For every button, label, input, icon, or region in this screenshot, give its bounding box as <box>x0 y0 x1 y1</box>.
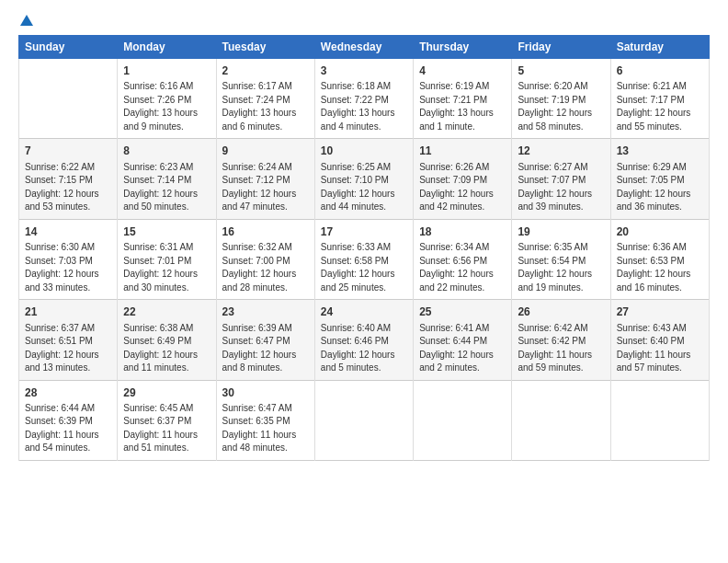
day-number: 18 <box>419 224 506 240</box>
cell-info: Sunrise: 6:40 AMSunset: 6:46 PMDaylight:… <box>321 322 407 375</box>
header-day-sunday: Sunday <box>19 36 118 59</box>
calendar-cell: 2Sunrise: 6:17 AMSunset: 7:24 PMDaylight… <box>216 59 314 139</box>
cell-info: Sunrise: 6:30 AMSunset: 7:03 PMDaylight:… <box>25 241 111 294</box>
header-day-monday: Monday <box>118 36 216 59</box>
calendar-cell: 18Sunrise: 6:34 AMSunset: 6:56 PMDayligh… <box>414 219 512 299</box>
calendar-cell <box>19 59 118 139</box>
day-number: 24 <box>321 304 407 320</box>
calendar-cell: 23Sunrise: 6:39 AMSunset: 6:47 PMDayligh… <box>216 300 314 380</box>
cell-info: Sunrise: 6:37 AMSunset: 6:51 PMDaylight:… <box>25 322 111 375</box>
calendar-week-row: 14Sunrise: 6:30 AMSunset: 7:03 PMDayligh… <box>19 219 710 299</box>
day-number: 13 <box>617 144 703 159</box>
day-number: 22 <box>123 304 210 320</box>
calendar-cell: 27Sunrise: 6:43 AMSunset: 6:40 PMDayligh… <box>610 300 709 380</box>
calendar-cell: 22Sunrise: 6:38 AMSunset: 6:49 PMDayligh… <box>118 300 216 380</box>
calendar-cell: 12Sunrise: 6:27 AMSunset: 7:07 PMDayligh… <box>512 139 610 219</box>
day-number: 21 <box>25 304 111 320</box>
day-number: 26 <box>518 304 604 320</box>
calendar-cell: 26Sunrise: 6:42 AMSunset: 6:42 PMDayligh… <box>512 300 610 380</box>
day-number: 25 <box>419 304 506 320</box>
logo-triangle-icon <box>20 15 33 26</box>
cell-info: Sunrise: 6:34 AMSunset: 6:56 PMDaylight:… <box>419 241 506 294</box>
day-number: 30 <box>222 385 309 401</box>
calendar-cell: 11Sunrise: 6:26 AMSunset: 7:09 PMDayligh… <box>414 139 512 219</box>
calendar-cell: 29Sunrise: 6:45 AMSunset: 6:37 PMDayligh… <box>118 380 216 460</box>
calendar-cell: 8Sunrise: 6:23 AMSunset: 7:14 PMDaylight… <box>118 139 216 219</box>
day-number: 28 <box>25 385 111 401</box>
cell-info: Sunrise: 6:22 AMSunset: 7:15 PMDaylight:… <box>25 161 111 214</box>
cell-info: Sunrise: 6:41 AMSunset: 6:44 PMDaylight:… <box>419 322 506 375</box>
cell-info: Sunrise: 6:35 AMSunset: 6:54 PMDaylight:… <box>518 241 604 294</box>
header-day-wednesday: Wednesday <box>314 36 413 59</box>
calendar-table: SundayMondayTuesdayWednesdayThursdayFrid… <box>18 35 710 461</box>
header-day-friday: Friday <box>512 36 610 59</box>
day-number: 3 <box>321 63 407 79</box>
day-number: 6 <box>617 63 703 79</box>
calendar-week-row: 1Sunrise: 6:16 AMSunset: 7:26 PMDaylight… <box>19 59 710 139</box>
calendar-week-row: 7Sunrise: 6:22 AMSunset: 7:15 PMDaylight… <box>19 139 710 219</box>
cell-info: Sunrise: 6:17 AMSunset: 7:24 PMDaylight:… <box>222 80 309 133</box>
calendar-cell: 17Sunrise: 6:33 AMSunset: 6:58 PMDayligh… <box>314 219 413 299</box>
calendar-week-row: 28Sunrise: 6:44 AMSunset: 6:39 PMDayligh… <box>19 380 710 460</box>
calendar-cell: 6Sunrise: 6:21 AMSunset: 7:17 PMDaylight… <box>610 59 709 139</box>
header <box>18 15 710 26</box>
cell-info: Sunrise: 6:45 AMSunset: 6:37 PMDaylight:… <box>123 402 210 455</box>
day-number: 5 <box>518 63 604 79</box>
calendar-cell: 13Sunrise: 6:29 AMSunset: 7:05 PMDayligh… <box>610 139 709 219</box>
calendar-cell: 16Sunrise: 6:32 AMSunset: 7:00 PMDayligh… <box>216 219 314 299</box>
calendar-cell: 4Sunrise: 6:19 AMSunset: 7:21 PMDaylight… <box>414 59 512 139</box>
cell-info: Sunrise: 6:29 AMSunset: 7:05 PMDaylight:… <box>617 161 703 214</box>
cell-info: Sunrise: 6:16 AMSunset: 7:26 PMDaylight:… <box>123 80 210 133</box>
day-number: 14 <box>25 224 111 240</box>
cell-info: Sunrise: 6:33 AMSunset: 6:58 PMDaylight:… <box>321 241 407 294</box>
day-number: 4 <box>419 63 506 79</box>
day-number: 19 <box>518 224 604 240</box>
day-number: 7 <box>25 144 111 159</box>
day-number: 15 <box>123 224 210 240</box>
day-number: 9 <box>222 144 309 159</box>
calendar-cell: 24Sunrise: 6:40 AMSunset: 6:46 PMDayligh… <box>314 300 413 380</box>
day-number: 29 <box>123 385 210 401</box>
day-number: 16 <box>222 224 309 240</box>
day-number: 8 <box>123 144 210 159</box>
calendar-cell: 9Sunrise: 6:24 AMSunset: 7:12 PMDaylight… <box>216 139 314 219</box>
cell-info: Sunrise: 6:20 AMSunset: 7:19 PMDaylight:… <box>518 80 604 133</box>
calendar-cell: 28Sunrise: 6:44 AMSunset: 6:39 PMDayligh… <box>19 380 118 460</box>
day-number: 11 <box>419 144 506 159</box>
calendar-cell: 5Sunrise: 6:20 AMSunset: 7:19 PMDaylight… <box>512 59 610 139</box>
calendar-cell: 14Sunrise: 6:30 AMSunset: 7:03 PMDayligh… <box>19 219 118 299</box>
header-day-tuesday: Tuesday <box>216 36 314 59</box>
cell-info: Sunrise: 6:25 AMSunset: 7:10 PMDaylight:… <box>321 161 407 214</box>
cell-info: Sunrise: 6:21 AMSunset: 7:17 PMDaylight:… <box>617 80 703 133</box>
calendar-cell <box>414 380 512 460</box>
cell-info: Sunrise: 6:31 AMSunset: 7:01 PMDaylight:… <box>123 241 210 294</box>
calendar-cell <box>610 380 709 460</box>
calendar-cell: 3Sunrise: 6:18 AMSunset: 7:22 PMDaylight… <box>314 59 413 139</box>
cell-info: Sunrise: 6:42 AMSunset: 6:42 PMDaylight:… <box>518 322 604 375</box>
calendar-week-row: 21Sunrise: 6:37 AMSunset: 6:51 PMDayligh… <box>19 300 710 380</box>
header-day-saturday: Saturday <box>610 36 709 59</box>
day-number: 2 <box>222 63 309 79</box>
cell-info: Sunrise: 6:19 AMSunset: 7:21 PMDaylight:… <box>419 80 506 133</box>
page: SundayMondayTuesdayWednesdayThursdayFrid… <box>0 0 728 563</box>
calendar-cell: 15Sunrise: 6:31 AMSunset: 7:01 PMDayligh… <box>118 219 216 299</box>
calendar-cell: 19Sunrise: 6:35 AMSunset: 6:54 PMDayligh… <box>512 219 610 299</box>
day-number: 10 <box>321 144 407 159</box>
calendar-cell: 7Sunrise: 6:22 AMSunset: 7:15 PMDaylight… <box>19 139 118 219</box>
day-number: 17 <box>321 224 407 240</box>
cell-info: Sunrise: 6:18 AMSunset: 7:22 PMDaylight:… <box>321 80 407 133</box>
cell-info: Sunrise: 6:47 AMSunset: 6:35 PMDaylight:… <box>222 402 309 455</box>
cell-info: Sunrise: 6:27 AMSunset: 7:07 PMDaylight:… <box>518 161 604 214</box>
day-number: 23 <box>222 304 309 320</box>
calendar-cell <box>512 380 610 460</box>
calendar-cell: 20Sunrise: 6:36 AMSunset: 6:53 PMDayligh… <box>610 219 709 299</box>
cell-info: Sunrise: 6:38 AMSunset: 6:49 PMDaylight:… <box>123 322 210 375</box>
day-number: 27 <box>617 304 703 320</box>
day-number: 1 <box>123 63 210 79</box>
calendar-cell: 1Sunrise: 6:16 AMSunset: 7:26 PMDaylight… <box>118 59 216 139</box>
logo <box>18 15 33 26</box>
cell-info: Sunrise: 6:23 AMSunset: 7:14 PMDaylight:… <box>123 161 210 214</box>
cell-info: Sunrise: 6:39 AMSunset: 6:47 PMDaylight:… <box>222 322 309 375</box>
calendar-cell: 30Sunrise: 6:47 AMSunset: 6:35 PMDayligh… <box>216 380 314 460</box>
cell-info: Sunrise: 6:24 AMSunset: 7:12 PMDaylight:… <box>222 161 309 214</box>
